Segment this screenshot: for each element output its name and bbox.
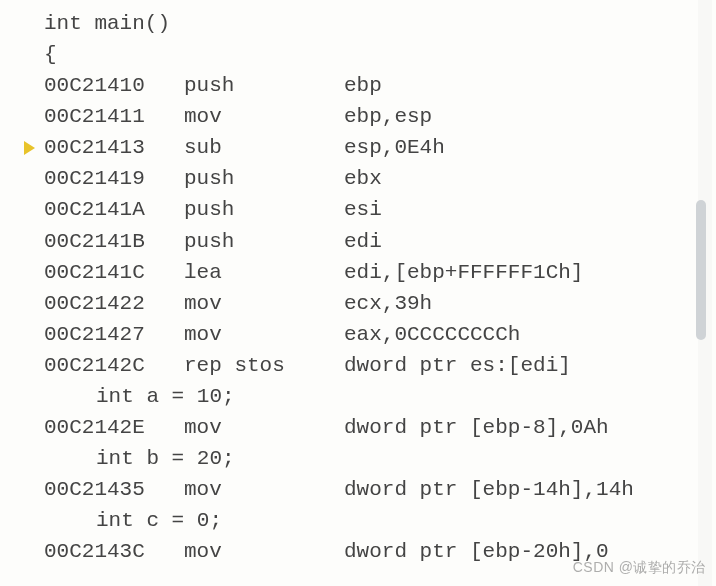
- opcode-cell: mov: [184, 536, 344, 567]
- address-cell: 00C21411: [44, 101, 184, 132]
- source-line-decl-b[interactable]: int b = 20;: [0, 443, 716, 474]
- scrollbar-thumb[interactable]: [696, 200, 706, 340]
- scrollbar-track[interactable]: [698, 0, 712, 586]
- source-text: int main(): [44, 8, 170, 39]
- source-text: int a = 10;: [44, 381, 235, 412]
- source-text: int c = 0;: [44, 505, 222, 536]
- source-text: {: [44, 39, 57, 70]
- opcode-cell: rep stos: [184, 350, 344, 381]
- asm-line[interactable]: 00C2142Emovdword ptr [ebp-8],0Ah: [0, 412, 716, 443]
- source-line-brace[interactable]: {: [0, 39, 716, 70]
- source-line-func[interactable]: int main(): [0, 8, 716, 39]
- operand-cell: ebx: [344, 163, 382, 194]
- operand-cell: dword ptr [ebp-14h],14h: [344, 474, 634, 505]
- opcode-cell: sub: [184, 132, 344, 163]
- opcode-cell: mov: [184, 412, 344, 443]
- source-line-decl-c[interactable]: int c = 0;: [0, 505, 716, 536]
- opcode-cell: mov: [184, 474, 344, 505]
- opcode-cell: push: [184, 226, 344, 257]
- operand-cell: ebp,esp: [344, 101, 432, 132]
- operand-cell: dword ptr [ebp-20h],0: [344, 536, 609, 567]
- asm-line[interactable]: 00C21427moveax,0CCCCCCCCh: [0, 319, 716, 350]
- address-cell: 00C2141A: [44, 194, 184, 225]
- operand-cell: ecx,39h: [344, 288, 432, 319]
- address-cell: 00C21410: [44, 70, 184, 101]
- address-cell: 00C2141C: [44, 257, 184, 288]
- source-text: int b = 20;: [44, 443, 235, 474]
- asm-line-current[interactable]: 00C21413subesp,0E4h: [0, 132, 716, 163]
- opcode-cell: mov: [184, 288, 344, 319]
- operand-cell: dword ptr es:[edi]: [344, 350, 571, 381]
- current-line-arrow-icon: [24, 141, 35, 155]
- opcode-cell: push: [184, 163, 344, 194]
- asm-line[interactable]: 00C21411movebp,esp: [0, 101, 716, 132]
- address-cell: 00C21435: [44, 474, 184, 505]
- asm-line[interactable]: 00C2141Cleaedi,[ebp+FFFFFF1Ch]: [0, 257, 716, 288]
- address-cell: 00C2143C: [44, 536, 184, 567]
- asm-line[interactable]: 00C2142Crep stosdword ptr es:[edi]: [0, 350, 716, 381]
- address-cell: 00C2142C: [44, 350, 184, 381]
- watermark-text: CSDN @诚挚的乔治: [573, 557, 706, 578]
- disassembly-editor: int main() { 00C21410pushebp 00C21411mov…: [0, 0, 716, 586]
- address-cell: 00C21413: [44, 132, 184, 163]
- operand-cell: ebp: [344, 70, 382, 101]
- operand-cell: edi,[ebp+FFFFFF1Ch]: [344, 257, 583, 288]
- asm-line[interactable]: 00C21410pushebp: [0, 70, 716, 101]
- operand-cell: edi: [344, 226, 382, 257]
- asm-line[interactable]: 00C21422movecx,39h: [0, 288, 716, 319]
- address-cell: 00C21419: [44, 163, 184, 194]
- operand-cell: dword ptr [ebp-8],0Ah: [344, 412, 609, 443]
- opcode-cell: mov: [184, 319, 344, 350]
- address-cell: 00C21422: [44, 288, 184, 319]
- opcode-cell: mov: [184, 101, 344, 132]
- address-cell: 00C21427: [44, 319, 184, 350]
- asm-line[interactable]: 00C2141Bpushedi: [0, 226, 716, 257]
- operand-cell: eax,0CCCCCCCCh: [344, 319, 520, 350]
- opcode-cell: push: [184, 70, 344, 101]
- operand-cell: esp,0E4h: [344, 132, 445, 163]
- asm-line[interactable]: 00C21419pushebx: [0, 163, 716, 194]
- source-line-decl-a[interactable]: int a = 10;: [0, 381, 716, 412]
- address-cell: 00C2142E: [44, 412, 184, 443]
- operand-cell: esi: [344, 194, 382, 225]
- address-cell: 00C2141B: [44, 226, 184, 257]
- opcode-cell: push: [184, 194, 344, 225]
- asm-line[interactable]: 00C2141Apushesi: [0, 194, 716, 225]
- opcode-cell: lea: [184, 257, 344, 288]
- asm-line[interactable]: 00C21435movdword ptr [ebp-14h],14h: [0, 474, 716, 505]
